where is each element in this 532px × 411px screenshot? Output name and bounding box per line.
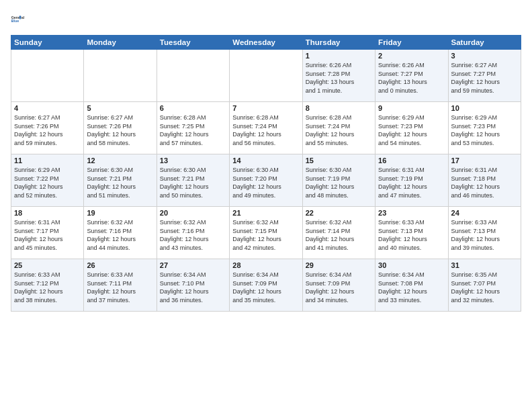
calendar-cell: 13Sunrise: 6:30 AMSunset: 7:21 PMDayligh… bbox=[157, 154, 229, 207]
calendar-cell: 11Sunrise: 6:29 AMSunset: 7:22 PMDayligh… bbox=[11, 154, 84, 207]
day-number: 20 bbox=[160, 209, 226, 217]
day-number: 12 bbox=[87, 156, 153, 165]
day-info: Sunrise: 6:31 AMSunset: 7:18 PMDaylight:… bbox=[451, 166, 518, 199]
calendar-cell: 27Sunrise: 6:34 AMSunset: 7:10 PMDayligh… bbox=[157, 259, 229, 312]
calendar-cell bbox=[84, 50, 157, 102]
calendar-cell bbox=[230, 50, 302, 102]
day-info: Sunrise: 6:30 AMSunset: 7:20 PMDaylight:… bbox=[232, 166, 299, 199]
day-info: Sunrise: 6:32 AMSunset: 7:16 PMDaylight:… bbox=[87, 218, 153, 252]
calendar-cell: 14Sunrise: 6:30 AMSunset: 7:20 PMDayligh… bbox=[230, 154, 302, 207]
page-header: General Blue bbox=[11, 8, 521, 30]
day-info: Sunrise: 6:32 AMSunset: 7:14 PMDaylight:… bbox=[306, 218, 372, 252]
day-number: 24 bbox=[451, 209, 518, 217]
day-number: 26 bbox=[87, 261, 153, 269]
weekday-header-saturday: Saturday bbox=[448, 36, 521, 50]
calendar-cell: 21Sunrise: 6:32 AMSunset: 7:15 PMDayligh… bbox=[230, 207, 302, 259]
day-info: Sunrise: 6:27 AMSunset: 7:26 PMDaylight:… bbox=[87, 113, 153, 147]
day-number: 19 bbox=[87, 209, 153, 217]
day-number: 13 bbox=[160, 156, 226, 165]
day-number: 9 bbox=[378, 104, 445, 112]
calendar-cell: 20Sunrise: 6:32 AMSunset: 7:16 PMDayligh… bbox=[157, 207, 229, 259]
calendar-cell: 10Sunrise: 6:29 AMSunset: 7:23 PMDayligh… bbox=[448, 102, 521, 154]
day-number: 6 bbox=[160, 104, 226, 112]
day-info: Sunrise: 6:29 AMSunset: 7:23 PMDaylight:… bbox=[378, 113, 445, 147]
day-info: Sunrise: 6:33 AMSunset: 7:13 PMDaylight:… bbox=[378, 218, 445, 252]
day-number: 28 bbox=[232, 261, 299, 269]
day-info: Sunrise: 6:31 AMSunset: 7:17 PMDaylight:… bbox=[14, 218, 81, 252]
calendar-cell: 17Sunrise: 6:31 AMSunset: 7:18 PMDayligh… bbox=[448, 154, 521, 207]
day-number: 3 bbox=[451, 52, 518, 60]
calendar-cell: 18Sunrise: 6:31 AMSunset: 7:17 PMDayligh… bbox=[11, 207, 84, 259]
calendar-cell: 1Sunrise: 6:26 AMSunset: 7:28 PMDaylight… bbox=[302, 50, 375, 102]
weekday-header-wednesday: Wednesday bbox=[230, 36, 302, 50]
day-info: Sunrise: 6:34 AMSunset: 7:09 PMDaylight:… bbox=[232, 271, 299, 304]
calendar-cell: 2Sunrise: 6:26 AMSunset: 7:27 PMDaylight… bbox=[375, 50, 448, 102]
day-number: 16 bbox=[378, 156, 445, 165]
calendar-cell: 9Sunrise: 6:29 AMSunset: 7:23 PMDaylight… bbox=[375, 102, 448, 154]
day-info: Sunrise: 6:27 AMSunset: 7:26 PMDaylight:… bbox=[14, 113, 81, 147]
calendar-week-1: 1Sunrise: 6:26 AMSunset: 7:28 PMDaylight… bbox=[11, 50, 521, 102]
day-info: Sunrise: 6:27 AMSunset: 7:27 PMDaylight:… bbox=[451, 61, 518, 95]
day-info: Sunrise: 6:33 AMSunset: 7:13 PMDaylight:… bbox=[451, 218, 518, 252]
calendar-cell: 23Sunrise: 6:33 AMSunset: 7:13 PMDayligh… bbox=[375, 207, 448, 259]
day-info: Sunrise: 6:32 AMSunset: 7:16 PMDaylight:… bbox=[160, 218, 226, 252]
calendar-cell: 28Sunrise: 6:34 AMSunset: 7:09 PMDayligh… bbox=[230, 259, 302, 312]
calendar-cell: 15Sunrise: 6:30 AMSunset: 7:19 PMDayligh… bbox=[302, 154, 375, 207]
logo-icon: General Blue bbox=[11, 8, 32, 30]
calendar-cell bbox=[11, 50, 84, 102]
day-number: 8 bbox=[306, 104, 372, 112]
calendar-cell: 7Sunrise: 6:28 AMSunset: 7:24 PMDaylight… bbox=[230, 102, 302, 154]
calendar-table: SundayMondayTuesdayWednesdayThursdayFrid… bbox=[11, 35, 521, 312]
day-info: Sunrise: 6:34 AMSunset: 7:08 PMDaylight:… bbox=[378, 271, 445, 304]
weekday-header-tuesday: Tuesday bbox=[157, 36, 229, 50]
day-number: 25 bbox=[14, 261, 81, 269]
day-info: Sunrise: 6:32 AMSunset: 7:15 PMDaylight:… bbox=[232, 218, 299, 252]
calendar-cell: 25Sunrise: 6:33 AMSunset: 7:12 PMDayligh… bbox=[11, 259, 84, 312]
calendar-cell: 4Sunrise: 6:27 AMSunset: 7:26 PMDaylight… bbox=[11, 102, 84, 154]
day-info: Sunrise: 6:28 AMSunset: 7:25 PMDaylight:… bbox=[160, 113, 226, 147]
day-info: Sunrise: 6:35 AMSunset: 7:07 PMDaylight:… bbox=[451, 271, 518, 304]
day-number: 22 bbox=[306, 209, 372, 217]
calendar-cell: 3Sunrise: 6:27 AMSunset: 7:27 PMDaylight… bbox=[448, 50, 521, 102]
calendar-cell: 30Sunrise: 6:34 AMSunset: 7:08 PMDayligh… bbox=[375, 259, 448, 312]
weekday-header-friday: Friday bbox=[375, 36, 448, 50]
calendar-week-5: 25Sunrise: 6:33 AMSunset: 7:12 PMDayligh… bbox=[11, 259, 521, 312]
day-number: 23 bbox=[378, 209, 445, 217]
day-info: Sunrise: 6:26 AMSunset: 7:28 PMDaylight:… bbox=[306, 61, 372, 95]
svg-text:General: General bbox=[11, 15, 25, 19]
page-container: General Blue SundayMondayTuesdayWednesda… bbox=[0, 0, 532, 411]
day-info: Sunrise: 6:28 AMSunset: 7:24 PMDaylight:… bbox=[232, 113, 299, 147]
calendar-cell: 5Sunrise: 6:27 AMSunset: 7:26 PMDaylight… bbox=[84, 102, 157, 154]
day-info: Sunrise: 6:31 AMSunset: 7:19 PMDaylight:… bbox=[378, 166, 445, 199]
calendar-cell: 8Sunrise: 6:28 AMSunset: 7:24 PMDaylight… bbox=[302, 102, 375, 154]
calendar-cell: 16Sunrise: 6:31 AMSunset: 7:19 PMDayligh… bbox=[375, 154, 448, 207]
day-info: Sunrise: 6:30 AMSunset: 7:21 PMDaylight:… bbox=[160, 166, 226, 199]
day-info: Sunrise: 6:33 AMSunset: 7:12 PMDaylight:… bbox=[14, 271, 81, 304]
day-number: 14 bbox=[232, 156, 299, 165]
day-number: 15 bbox=[306, 156, 372, 165]
calendar-week-2: 4Sunrise: 6:27 AMSunset: 7:26 PMDaylight… bbox=[11, 102, 521, 154]
weekday-header-row: SundayMondayTuesdayWednesdayThursdayFrid… bbox=[11, 36, 521, 50]
calendar-cell: 31Sunrise: 6:35 AMSunset: 7:07 PMDayligh… bbox=[448, 259, 521, 312]
calendar-week-4: 18Sunrise: 6:31 AMSunset: 7:17 PMDayligh… bbox=[11, 207, 521, 259]
day-number: 7 bbox=[232, 104, 299, 112]
day-info: Sunrise: 6:29 AMSunset: 7:23 PMDaylight:… bbox=[451, 113, 518, 147]
calendar-week-3: 11Sunrise: 6:29 AMSunset: 7:22 PMDayligh… bbox=[11, 154, 521, 207]
day-number: 4 bbox=[14, 104, 81, 112]
day-number: 11 bbox=[14, 156, 81, 165]
day-number: 17 bbox=[451, 156, 518, 165]
day-number: 2 bbox=[378, 52, 445, 60]
day-number: 10 bbox=[451, 104, 518, 112]
day-number: 1 bbox=[306, 52, 372, 60]
calendar-cell: 6Sunrise: 6:28 AMSunset: 7:25 PMDaylight… bbox=[157, 102, 229, 154]
day-info: Sunrise: 6:29 AMSunset: 7:22 PMDaylight:… bbox=[14, 166, 81, 199]
day-number: 21 bbox=[232, 209, 299, 217]
calendar-cell: 19Sunrise: 6:32 AMSunset: 7:16 PMDayligh… bbox=[84, 207, 157, 259]
calendar-cell: 29Sunrise: 6:34 AMSunset: 7:09 PMDayligh… bbox=[302, 259, 375, 312]
calendar-cell: 12Sunrise: 6:30 AMSunset: 7:21 PMDayligh… bbox=[84, 154, 157, 207]
calendar-cell: 24Sunrise: 6:33 AMSunset: 7:13 PMDayligh… bbox=[448, 207, 521, 259]
svg-text:Blue: Blue bbox=[11, 19, 19, 23]
day-info: Sunrise: 6:34 AMSunset: 7:10 PMDaylight:… bbox=[160, 271, 226, 304]
day-info: Sunrise: 6:34 AMSunset: 7:09 PMDaylight:… bbox=[306, 271, 372, 304]
day-number: 18 bbox=[14, 209, 81, 217]
